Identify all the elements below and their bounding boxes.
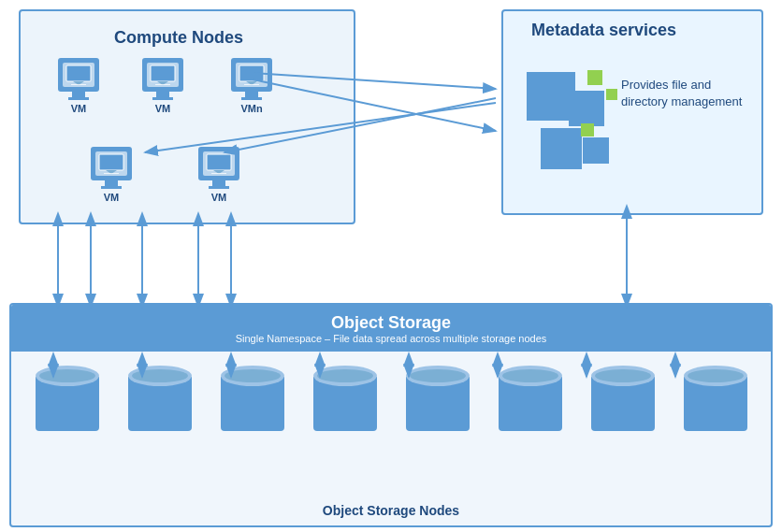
vm5-label: VM <box>211 192 227 203</box>
svg-rect-2 <box>151 65 175 81</box>
cylinder-6 <box>499 366 562 431</box>
vm3-label: VMn <box>240 103 262 114</box>
diagram: Compute Nodes VM <box>0 0 782 532</box>
cylinder-shape-2 <box>128 366 192 431</box>
vm5-monitor <box>198 147 239 180</box>
vm4-icon: VM <box>91 147 132 203</box>
cylinder-shape-5 <box>406 366 470 431</box>
cyl-top-inner-7 <box>595 369 651 382</box>
cyl-top-inner-5 <box>410 369 466 382</box>
svg-rect-4 <box>239 65 264 81</box>
object-storage-nodes-label: Object Storage Nodes <box>11 503 771 518</box>
vm3-icon: VMn <box>231 58 272 114</box>
cyl-top-inner-1 <box>39 369 95 382</box>
meta-sq-green2 <box>606 89 617 100</box>
vm5-screen <box>203 151 235 176</box>
cyl-top-2 <box>128 366 192 386</box>
vm2-label: VM <box>155 103 171 114</box>
svg-rect-6 <box>99 154 123 170</box>
cylinder-1 <box>36 366 99 431</box>
compute-nodes-box: Compute Nodes VM <box>19 9 355 224</box>
cylinder-4 <box>313 366 377 431</box>
cyl-top-5 <box>406 366 470 386</box>
meta-sq-green3 <box>581 123 594 137</box>
cyl-top-inner-8 <box>688 369 744 382</box>
meta-sq4 <box>583 137 609 164</box>
cylinder-8 <box>684 366 747 431</box>
object-storage-subtitle: Single Namespace – File data spread acro… <box>236 333 547 344</box>
metadata-title: Metadata services <box>531 21 676 40</box>
cyl-top-6 <box>499 366 562 386</box>
metadata-description: Provides file and directory management <box>621 77 743 110</box>
cylinders-row <box>21 366 761 431</box>
compute-nodes-title: Compute Nodes <box>114 28 243 48</box>
vm4-label: VM <box>104 192 120 203</box>
vm2-monitor <box>142 58 183 92</box>
meta-sq3 <box>541 128 582 169</box>
meta-sq-green1 <box>587 70 602 85</box>
cylinder-2 <box>128 366 192 431</box>
cyl-top-inner-3 <box>224 369 281 382</box>
vm1-label: VM <box>71 103 87 114</box>
vm3-screen <box>236 63 268 87</box>
vm4-monitor <box>91 147 132 180</box>
object-storage-header: Object Storage Single Namespace – File d… <box>11 305 771 352</box>
cyl-top-4 <box>313 366 377 386</box>
vm1-monitor <box>58 58 99 92</box>
vm3-monitor <box>231 58 272 92</box>
cylinder-shape-7 <box>591 366 655 431</box>
object-storage-title: Object Storage <box>331 313 451 333</box>
cylinder-shape-6 <box>499 366 562 431</box>
svg-rect-0 <box>66 65 91 81</box>
cyl-top-inner-6 <box>502 369 558 382</box>
cylinder-7 <box>591 366 655 431</box>
cylinder-3 <box>221 366 284 431</box>
cyl-top-3 <box>221 366 284 386</box>
cyl-top-7 <box>591 366 655 386</box>
metadata-box: Metadata services Provides file and dire… <box>501 9 763 215</box>
cylinder-shape-8 <box>684 366 747 431</box>
cyl-top-1 <box>36 366 99 386</box>
object-storage-section: Object Storage Single Namespace – File d… <box>9 303 773 527</box>
vm5-icon: VM <box>198 147 239 203</box>
vm4-screen <box>95 151 127 176</box>
vm2-icon: VM <box>142 58 183 114</box>
cyl-top-inner-2 <box>132 369 188 382</box>
cylinder-shape-4 <box>313 366 377 431</box>
vm1-screen <box>63 63 94 87</box>
metadata-squares <box>517 63 630 184</box>
cyl-top-8 <box>684 366 747 386</box>
cylinder-shape-3 <box>221 366 284 431</box>
meta-sq2 <box>569 91 604 126</box>
cylinder-5 <box>406 366 470 431</box>
vm1-icon: VM <box>58 58 99 114</box>
cyl-top-inner-4 <box>317 369 373 382</box>
cylinder-shape-1 <box>36 366 99 431</box>
vm2-screen <box>147 63 179 87</box>
svg-rect-8 <box>207 154 231 170</box>
